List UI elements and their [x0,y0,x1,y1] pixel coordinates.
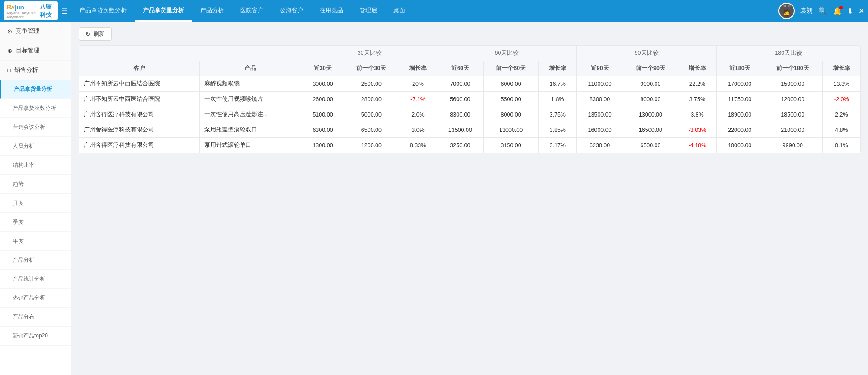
header-60-prev: 前一个60天 [483,61,538,76]
nav-tab-hospital-customer[interactable]: 医院客户 [232,0,272,22]
header-customer: 客户 [79,61,200,76]
header-30-prev: 前一个30天 [344,61,399,76]
competition-icon: ⊙ [7,28,12,35]
sidebar-item-competition[interactable]: ⊙ 竞争管理 [0,22,71,41]
toolbar: ↻ 刷新 [79,27,861,41]
sidebar-item-quarterly[interactable]: 季度 [0,213,71,232]
header-60-cur: 近60天 [437,61,484,76]
sidebar-item-trend[interactable]: 趋势 [0,175,71,194]
target-icon: ⊕ [7,47,12,54]
top-navigation: Bajun Anyone, Anytime, Anywhere 八骊科技 ☰ 产… [0,0,868,22]
main-content: ↻ 刷新 30天比较 60天比较 90天比较 180天比较 客户 产品 [71,22,868,375]
col-group-base [79,46,302,61]
settings-icon[interactable]: ✕ [859,7,864,15]
sales-icon: □ [7,67,11,74]
nav-tab-pickup-volume[interactable]: 产品拿货量分析 [135,0,192,22]
hamburger-icon[interactable]: ☰ [61,7,68,15]
sidebar: ⊙ 竞争管理 ⊕ 目标管理 □ 销售分析 产品拿货量分析 产品拿货次数分析 营销… [0,22,71,375]
header-180-cur: 近180天 [717,61,763,76]
header-90-rate: 增长率 [678,61,717,76]
col-group-30d: 30天比较 [302,46,437,61]
nav-right: CEO 🧔 袁朗 🔍 🔔 ⬇ ✕ [778,3,864,19]
sidebar-item-product-analysis[interactable]: 产品分析 [0,251,71,270]
table-row: 广州不知所云中西医结合医院一次性使用视频喉镜片2600.002800.00-7.… [79,92,861,107]
table-row: 广州舍得医疗科技有限公司泵用针式滚轮单口1300.001200.008.33%3… [79,138,861,153]
notification-icon[interactable]: 🔔 [833,7,842,15]
col-group-180d: 180天比较 [717,46,861,61]
header-30-cur: 近30天 [302,61,344,76]
nav-tab-pickup-count[interactable]: 产品拿货次数分析 [71,0,135,22]
logo: Bajun Anyone, Anytime, Anywhere 八骊科技 [4,1,58,20]
sidebar-item-pickup-volume[interactable]: 产品拿货量分析 [0,80,71,99]
header-product: 产品 [199,61,302,76]
header-90-cur: 近90天 [576,61,623,76]
refresh-button[interactable]: ↻ 刷新 [79,27,112,41]
table-row: 广州舍得医疗科技有限公司一次性使用高压造影注...5100.005000.002… [79,107,861,122]
sidebar-item-sales[interactable]: □ 销售分析 [0,61,71,80]
header-180-rate: 增长率 [822,61,860,76]
sidebar-item-pickup-count[interactable]: 产品拿货次数分析 [0,99,71,118]
sidebar-item-structure[interactable]: 结构比率 [0,156,71,175]
nav-tab-product-analysis[interactable]: 产品分析 [192,0,232,22]
header-60-rate: 增长率 [538,61,576,76]
download-icon[interactable]: ⬇ [847,7,853,15]
table-row: 广州不知所云中西医结合医院麻醉视频喉镜3000.002500.0020%7000… [79,76,861,92]
nav-tab-desktop[interactable]: 桌面 [385,0,413,22]
table-row: 广州舍得医疗科技有限公司泵用瓶盖型滚轮双口6300.006500.003.0%1… [79,122,861,138]
sidebar-item-slow-movers[interactable]: 滞销产品top20 [0,327,71,346]
refresh-icon: ↻ [85,31,90,38]
data-table-container: 30天比较 60天比较 90天比较 180天比较 客户 产品 近30天 前一个3… [79,45,861,153]
avatar: CEO 🧔 [778,3,795,19]
header-180-prev: 前一个180天 [763,61,823,76]
sidebar-item-marketing[interactable]: 营销会议分析 [0,118,71,137]
comparison-table: 30天比较 60天比较 90天比较 180天比较 客户 产品 近30天 前一个3… [79,45,861,153]
logo-area: Bajun Anyone, Anytime, Anywhere 八骊科技 [4,1,58,20]
user-name: 袁朗 [800,7,813,15]
header-90-prev: 前一个90天 [623,61,678,76]
logo-text: Bajun Anyone, Anytime, Anywhere [6,3,38,19]
col-group-60d: 60天比较 [437,46,577,61]
nav-tab-in-use-competitor[interactable]: 在用竞品 [311,0,351,22]
sidebar-item-personnel[interactable]: 人员分析 [0,137,71,156]
nav-tab-open-customer[interactable]: 公海客户 [272,0,311,22]
sidebar-item-target[interactable]: ⊕ 目标管理 [0,41,71,61]
sidebar-item-product-stats[interactable]: 产品统计分析 [0,270,71,289]
nav-tabs: 产品拿货次数分析 产品拿货量分析 产品分析 医院客户 公海客户 在用竞品 管理层… [71,0,778,22]
search-icon[interactable]: 🔍 [818,7,827,15]
sidebar-item-yearly[interactable]: 年度 [0,232,71,251]
sidebar-item-monthly[interactable]: 月度 [0,194,71,213]
sidebar-item-product-distribution[interactable]: 产品分布 [0,308,71,327]
nav-tab-management[interactable]: 管理层 [351,0,385,22]
col-group-90d: 90天比较 [576,46,717,61]
header-30-rate: 增长率 [399,61,437,76]
sidebar-item-bestseller[interactable]: 热销产品分析 [0,289,71,308]
layout: ⊙ 竞争管理 ⊕ 目标管理 □ 销售分析 产品拿货量分析 产品拿货次数分析 营销… [0,22,868,375]
